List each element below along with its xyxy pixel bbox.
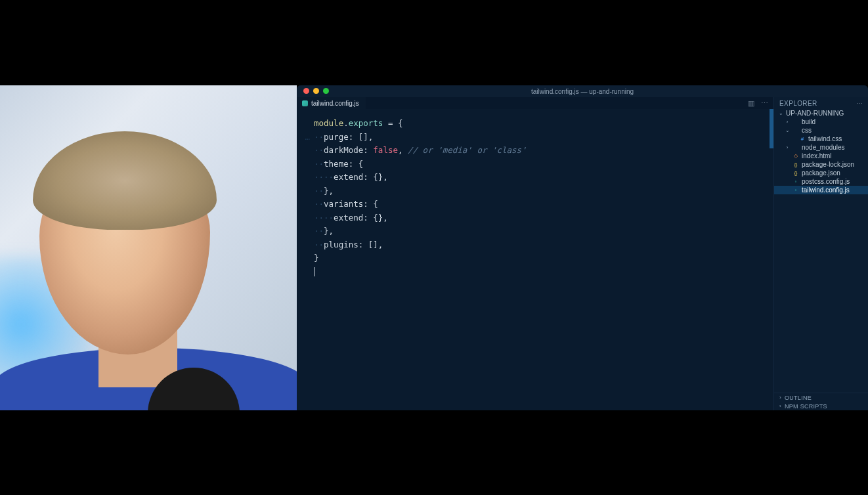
file-tailwind-css[interactable]: tailwind.css — [774, 135, 868, 143]
js-file-icon — [792, 187, 799, 194]
folder-node-modules[interactable]: ›node_modules — [774, 143, 868, 152]
folder-build[interactable]: ›build — [774, 118, 868, 126]
project-root[interactable]: ⌄ UP-AND-RUNNING — [774, 109, 868, 118]
html-file-icon — [792, 153, 799, 160]
chevron-right-icon: › — [785, 119, 790, 125]
presenter-hair — [33, 131, 217, 230]
sidebar-bottom-panels: › OUTLINE › NPM SCRIPTS — [774, 393, 868, 410]
editor-tab-bar: tailwind.config.js ▥ ⋯ — [297, 97, 773, 109]
window-traffic-lights — [303, 88, 329, 94]
editor-tab-label: tailwind.config.js — [311, 100, 359, 107]
config-file-icon — [302, 100, 308, 106]
tree-item-label: css — [802, 127, 812, 134]
tree-item-label: package-lock.json — [802, 161, 854, 168]
project-root-label: UP-AND-RUNNING — [786, 110, 844, 117]
more-actions-icon[interactable]: ⋯ — [761, 99, 768, 108]
editor-tab-actions: ▥ ⋯ — [748, 99, 773, 108]
tree-item-label: build — [802, 118, 815, 125]
window-close-button[interactable] — [303, 88, 309, 94]
npm-scripts-panel-header[interactable]: › NPM SCRIPTS — [774, 402, 868, 410]
npm-scripts-label: NPM SCRIPTS — [785, 403, 827, 410]
folder-icon — [792, 119, 799, 125]
outline-panel-header[interactable]: › OUTLINE — [774, 393, 868, 402]
chevron-down-icon: ⌄ — [785, 127, 790, 133]
editor-tab-active[interactable]: tailwind.config.js — [297, 97, 366, 109]
file-index-html[interactable]: index.html — [774, 152, 868, 160]
tree-item-label: node_modules — [802, 144, 845, 151]
folder-icon — [792, 144, 799, 151]
file-tailwind-config-js[interactable]: tailwind.config.js — [774, 186, 868, 194]
explorer-title: EXPLORER — [779, 100, 817, 107]
explorer-header: EXPLORER ⋯ — [774, 97, 868, 109]
tree-item-label: index.html — [802, 152, 832, 160]
chevron-right-icon: › — [779, 395, 781, 400]
window-minimize-button[interactable] — [313, 88, 319, 94]
file-package-lock-json[interactable]: package-lock.json — [774, 160, 868, 169]
tree-item-label: tailwind.config.js — [802, 186, 850, 194]
chevron-right-icon: › — [779, 403, 781, 409]
css-file-icon — [799, 136, 806, 142]
folder-icon — [792, 127, 799, 134]
window-titlebar: tailwind.config.js — up-and-running — [297, 85, 868, 97]
file-tree: ›build⌄csstailwind.css›node_modulesindex… — [774, 118, 868, 393]
editor-minimap[interactable] — [770, 109, 773, 410]
split-editor-icon[interactable]: ▥ — [748, 99, 754, 108]
editor-main-column: tailwind.config.js ▥ ⋯ module.exports = … — [297, 97, 773, 410]
file-postcss-config-js[interactable]: postcss.config.js — [774, 177, 868, 186]
file-package-json[interactable]: package.json — [774, 169, 868, 177]
chevron-right-icon: › — [785, 144, 790, 150]
jsonY-file-icon — [792, 170, 799, 177]
explorer-more-icon[interactable]: ⋯ — [856, 100, 863, 107]
tree-item-label: tailwind.css — [808, 135, 842, 142]
folder-css[interactable]: ⌄css — [774, 126, 868, 135]
webcam-frame — [0, 85, 297, 410]
js-file-icon — [792, 179, 799, 185]
tree-item-label: package.json — [802, 169, 840, 177]
window-maximize-button[interactable] — [323, 88, 329, 94]
editor-window: tailwind.config.js — up-and-running tail… — [297, 85, 868, 410]
tree-item-label: postcss.config.js — [802, 178, 850, 185]
explorer-sidebar: EXPLORER ⋯ ⌄ UP-AND-RUNNING ›build⌄cssta… — [773, 97, 868, 410]
outline-label: OUTLINE — [785, 395, 812, 401]
jsonY-file-icon — [792, 161, 799, 168]
chevron-down-icon: ⌄ — [778, 110, 783, 116]
window-title: tailwind.config.js — up-and-running — [531, 88, 634, 95]
code-editor[interactable]: module.exports = {…··purge: [],··darkMod… — [297, 109, 773, 410]
